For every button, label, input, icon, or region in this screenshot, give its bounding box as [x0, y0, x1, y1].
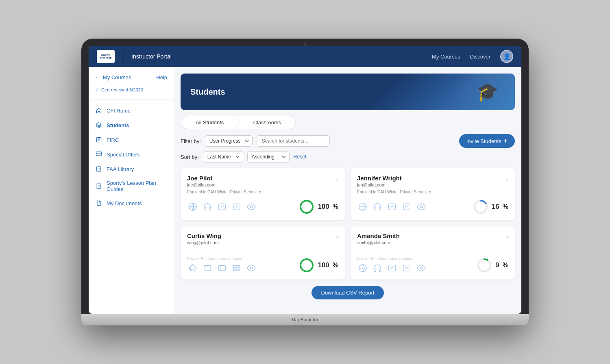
doc-icon — [95, 199, 102, 207]
student-email: smith@pilot.com — [357, 240, 400, 245]
camera-notch — [303, 43, 307, 46]
svg-point-19 — [301, 259, 313, 271]
svg-point-17 — [250, 267, 253, 269]
course-icon-list2 — [216, 262, 228, 274]
sort-select[interactable]: Last Name First Name Email — [203, 151, 243, 162]
sidebar-item-faa-library[interactable]: FAA Library — [89, 162, 174, 176]
progress-indicator: 9% — [477, 258, 508, 273]
course-icon-check1 — [386, 201, 398, 212]
course-icon-headset — [202, 201, 213, 212]
download-csv-button[interactable]: Download CSV Report — [312, 286, 384, 299]
search-input[interactable] — [257, 135, 330, 147]
sidebar-item-my-documents[interactable]: My Documents — [89, 196, 174, 210]
svg-rect-16 — [233, 266, 240, 271]
sidebar-item-label: FIRC — [107, 137, 119, 143]
student-card-joe-pilot[interactable]: Joe Pilot joe@pilot.com › Enrolled in CA… — [181, 168, 345, 220]
course-icon-headset — [372, 201, 383, 212]
student-enrollment: Enrolled in CAU Winter Private Semester — [357, 190, 508, 194]
checkmark-icon: ✓ — [95, 87, 99, 92]
banner-icon-decoration: 🎓 — [476, 81, 499, 102]
course-icon-eye — [416, 201, 427, 212]
sidebar-item-lesson-plan[interactable]: Sporty's Lesson Plan Guides — [89, 176, 174, 196]
card-footer: Private Pilot Course course status — [187, 257, 338, 274]
course-status-text: Private Pilot Course course status — [187, 257, 257, 261]
students-icon — [95, 121, 102, 129]
student-email: joe@pilot.com — [187, 182, 216, 187]
sidebar-back-button[interactable]: ← My Courses Help — [89, 73, 174, 85]
course-icon-list1 — [202, 262, 213, 274]
course-icon-eye — [246, 262, 257, 274]
logo-box: sporty'spilot shop — [97, 50, 115, 63]
course-icon-list3 — [231, 262, 242, 274]
course-icon-check1 — [216, 201, 228, 212]
progress-percent: 100 — [318, 261, 329, 269]
logo[interactable]: sporty'spilot shop Instructor Portal — [97, 50, 172, 63]
student-card-jennifer-wright[interactable]: Jennifer Wright jen@pilot.com › Enrolled… — [351, 168, 515, 220]
student-card-curtis-wing[interactable]: Curtis Wing wing@pilot.com › Private Pil… — [181, 226, 345, 280]
course-icon-globe — [187, 201, 198, 212]
sidebar-item-cfi-home[interactable]: CFI Home — [89, 103, 174, 118]
sidebar-item-label: Special Offers — [107, 152, 139, 158]
avatar[interactable]: 👤 — [500, 50, 513, 63]
sidebar-item-firc[interactable]: FIRC — [89, 132, 174, 147]
student-email: jen@pilot.com — [357, 182, 402, 187]
course-icons — [357, 201, 427, 212]
help-link[interactable]: Help — [156, 74, 167, 80]
back-label: My Courses — [103, 74, 131, 80]
tab-classrooms[interactable]: Classrooms — [238, 116, 296, 129]
nav-divider — [123, 51, 123, 62]
nav-right: My Courses Discover 👤 — [432, 50, 513, 63]
firc-icon — [95, 136, 102, 143]
invite-students-button[interactable]: Invite Students + — [459, 134, 515, 148]
course-icons — [187, 262, 257, 274]
progress-percent: 16 — [492, 203, 499, 211]
filter-select[interactable]: User Progress All Completed In Progress — [205, 135, 253, 147]
student-name: Amanda Smith — [357, 232, 400, 239]
student-email: wing@pilot.com — [187, 240, 221, 245]
banner-title: Students — [190, 87, 225, 97]
percent-sign: % — [333, 262, 338, 269]
student-card-amanda-smith[interactable]: Amanda Smith smith@pilot.com › Private P… — [351, 226, 515, 280]
invite-label: Invite Students — [466, 138, 501, 144]
svg-point-7 — [301, 201, 313, 213]
progress-percent: 9 — [495, 261, 499, 269]
course-icons — [357, 262, 427, 274]
svg-rect-15 — [219, 266, 226, 271]
student-name: Joe Pilot — [187, 175, 216, 182]
students-grid: Joe Pilot joe@pilot.com › Enrolled in CA… — [181, 168, 515, 280]
nav-discover[interactable]: Discover — [470, 54, 490, 60]
card-footer: 100% — [187, 199, 338, 214]
filter-row: Filter by: User Progress All Completed I… — [181, 134, 515, 148]
reset-link[interactable]: Reset — [294, 154, 306, 160]
sort-row: Sort by: Last Name First Name Email Asce… — [181, 151, 515, 162]
course-icons — [187, 201, 257, 212]
card-footer: Private Pilot Course course status — [357, 257, 508, 274]
course-icon-eye — [416, 262, 427, 274]
cert-badge: ✓ Cert renewed 8/2022 — [89, 85, 174, 98]
top-navigation: sporty'spilot shop Instructor Portal My … — [89, 46, 521, 67]
laptop-model: MacBook Air — [291, 317, 318, 322]
main-content: Students 🎓 All Students Classrooms Filte… — [174, 67, 521, 314]
svg-point-5 — [250, 206, 253, 208]
sidebar-item-special-offers[interactable]: Special Offers — [89, 147, 174, 162]
sidebar-item-label: CFI Home — [107, 108, 131, 114]
svg-rect-14 — [204, 266, 211, 271]
book2-icon — [95, 182, 102, 190]
tag-icon — [95, 151, 102, 158]
book-icon — [95, 165, 102, 173]
sidebar-item-students[interactable]: Students — [89, 118, 174, 132]
home-icon — [95, 107, 102, 114]
card-footer: 16% — [357, 199, 508, 214]
student-enrollment — [187, 247, 338, 252]
banner-wave-decoration — [425, 74, 515, 110]
student-name: Jennifer Wright — [357, 175, 402, 182]
sidebar-item-label: My Documents — [107, 200, 142, 206]
student-enrollment: Enrolled in CAU Winter Private Semester — [187, 190, 338, 194]
svg-point-11 — [420, 206, 423, 208]
svg-point-24 — [478, 259, 490, 271]
course-icon-check — [386, 262, 398, 274]
chevron-right-icon: › — [336, 176, 338, 183]
order-select[interactable]: Ascending Descending — [247, 151, 290, 162]
nav-my-courses[interactable]: My Courses — [432, 54, 460, 60]
tab-all-students[interactable]: All Students — [181, 116, 238, 129]
